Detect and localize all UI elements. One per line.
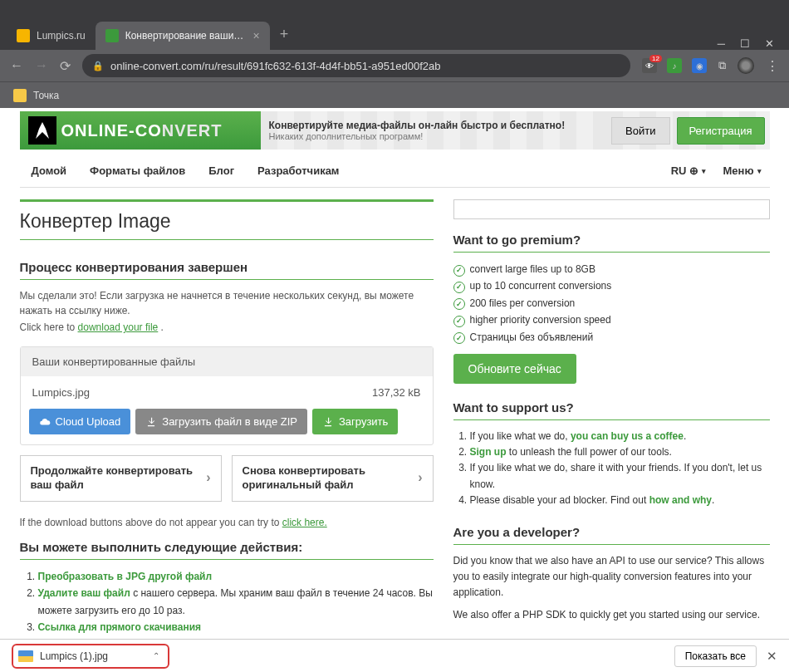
- close-icon[interactable]: ×: [253, 29, 260, 42]
- php-sdk-link[interactable]: PHP SDK: [522, 609, 566, 620]
- upgrade-button[interactable]: Обновите сейчас: [453, 354, 576, 384]
- close-window-button[interactable]: ✕: [765, 37, 774, 50]
- profile-avatar[interactable]: [738, 57, 754, 74]
- support-title: Want to support us?: [453, 400, 770, 414]
- forward-button[interactable]: →: [35, 58, 48, 73]
- continue-convert-button[interactable]: Продолжайте конвертировать ваш файл›: [20, 455, 222, 502]
- filebox-header: Ваши конвертированные файлы: [21, 347, 433, 376]
- back-button[interactable]: ←: [10, 58, 23, 73]
- reading-list-icon[interactable]: ⧉: [718, 59, 726, 72]
- url-text: online-convert.com/ru/result/691fc632-61…: [110, 60, 440, 72]
- header-tagline: Конвертируйте медиа-файлы он-лайн быстро…: [269, 120, 599, 131]
- globe-icon: ⊕: [689, 164, 698, 177]
- action-item: Удалите ваш файл с нашего сервера. Мы хр…: [38, 585, 434, 619]
- favicon-icon: [17, 29, 30, 42]
- new-tab-button[interactable]: +: [270, 19, 299, 50]
- site-logo[interactable]: ONLINE-CONVERT: [20, 111, 261, 150]
- folder-icon: [13, 89, 27, 102]
- minimize-button[interactable]: ─: [718, 37, 725, 50]
- tab-title: Конвертирование ваших файло: [125, 30, 247, 42]
- header-subtagline: Никаких дополнительных программ!: [269, 131, 599, 141]
- filesize: 137,32 kB: [372, 386, 421, 399]
- download-zip-button[interactable]: Загрузить файл в виде ZIP: [135, 409, 307, 434]
- menu-icon[interactable]: ⋮: [766, 58, 779, 74]
- maximize-button[interactable]: ☐: [740, 37, 750, 50]
- download-icon: [145, 416, 157, 428]
- section-title: Процесс конвертирования завершен: [20, 260, 434, 274]
- nav-formats[interactable]: Форматы файлов: [78, 164, 197, 177]
- image-file-icon: [18, 650, 33, 662]
- logo-text: ONLINE-CONVERT: [61, 121, 223, 140]
- direct-link[interactable]: Ссылка для прямого скачивания: [38, 621, 202, 633]
- info-text: Click here to download your file .: [20, 320, 434, 335]
- extension-icon[interactable]: ♪: [667, 58, 682, 73]
- premium-title: Want to go premium?: [453, 233, 770, 247]
- support-item: If you like what we do, you can buy us a…: [470, 429, 770, 444]
- signup-link[interactable]: Sign up: [470, 446, 507, 458]
- premium-list: convert large files up to 8GB up to 10 c…: [453, 261, 770, 346]
- page-title: Конвертер Image: [20, 210, 434, 233]
- action-item: Ссылка для прямого скачивания: [38, 619, 434, 635]
- login-button[interactable]: Войти: [611, 117, 669, 145]
- nav-blog[interactable]: Блог: [197, 164, 246, 177]
- nav-home[interactable]: Домой: [20, 164, 79, 177]
- download-icon: [322, 416, 334, 428]
- download-button[interactable]: Загрузить: [312, 409, 398, 434]
- support-item: If you like what we do, share it with yo…: [470, 460, 770, 492]
- nav-developers[interactable]: Разработчикам: [246, 164, 350, 177]
- reconvert-original-button[interactable]: Снова конвертировать оригинальный файл›: [232, 455, 434, 502]
- delete-file-link[interactable]: Удалите ваш файл: [38, 587, 130, 599]
- bookmark-item[interactable]: Точка: [33, 90, 59, 101]
- coffee-link[interactable]: you can buy us a coffee: [571, 430, 684, 442]
- reload-button[interactable]: ⟳: [60, 58, 71, 74]
- show-all-downloads-button[interactable]: Показать все: [674, 645, 757, 667]
- language-selector[interactable]: RU ⊕▾: [663, 164, 715, 177]
- help-text: If the download buttons above do not app…: [20, 517, 434, 528]
- download-link[interactable]: download your file: [78, 321, 159, 333]
- close-download-bar-button[interactable]: ✕: [767, 649, 777, 664]
- developer-title: Are you a developer?: [453, 525, 770, 539]
- filename: Lumpics.jpg: [32, 386, 90, 399]
- info-text: Мы сделали это! Если загрузка не начнетс…: [20, 288, 434, 318]
- cloud-upload-button[interactable]: Cloud Upload: [29, 409, 131, 434]
- chevron-down-icon: ▾: [757, 167, 762, 175]
- logo-icon: [28, 116, 56, 145]
- action-item: Преобразовать в JPG другой файл: [38, 568, 434, 585]
- convert-another-link[interactable]: Преобразовать в JPG другой файл: [38, 571, 213, 582]
- menu-button[interactable]: Меню ▾: [714, 164, 769, 177]
- favicon-icon: [105, 29, 119, 42]
- cloud-icon: [39, 416, 51, 428]
- register-button[interactable]: Регистрация: [677, 117, 765, 145]
- actions-title: Вы можете выполнить следующие действия:: [20, 540, 434, 554]
- support-item: Sign up to unleash the full power of our…: [470, 444, 770, 460]
- dev-text: We also offer a PHP SDK to quickly get y…: [453, 607, 770, 623]
- extension-icon[interactable]: 12👁: [642, 58, 657, 73]
- chevron-right-icon: ›: [206, 469, 210, 487]
- tab-title: Lumpics.ru: [37, 30, 86, 42]
- dev-text: Did you know that we also have an API to…: [453, 553, 770, 601]
- browser-tab-active[interactable]: Конвертирование ваших файло ×: [96, 22, 270, 50]
- download-filename: Lumpics (1).jpg: [40, 650, 108, 662]
- extension-icon[interactable]: ◉: [692, 58, 707, 73]
- address-bar[interactable]: 🔒 online-convert.com/ru/result/691fc632-…: [82, 54, 630, 77]
- download-item[interactable]: Lumpics (1).jpg ⌃: [12, 644, 169, 669]
- chevron-right-icon: ›: [418, 469, 422, 487]
- chevron-up-icon[interactable]: ⌃: [153, 651, 159, 660]
- chevron-down-icon: ▾: [702, 167, 706, 175]
- lock-icon: 🔒: [92, 61, 104, 71]
- click-here-link[interactable]: click here.: [282, 517, 327, 528]
- api-link[interactable]: we also have an API: [535, 555, 625, 567]
- side-input[interactable]: [453, 199, 770, 219]
- how-why-link[interactable]: how and why: [649, 494, 712, 506]
- browser-tab-inactive[interactable]: Lumpics.ru: [7, 22, 96, 50]
- support-item: Please disable your ad blocker. Find out…: [470, 493, 770, 508]
